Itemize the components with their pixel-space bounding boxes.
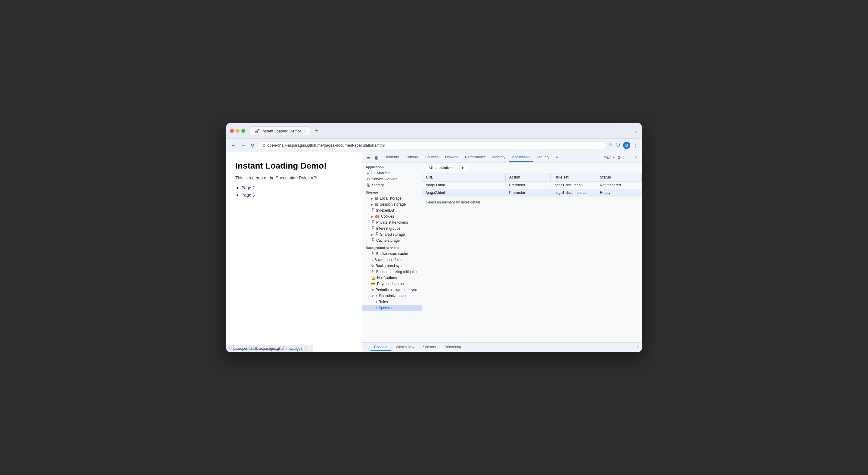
new-tab-button[interactable]: +: [313, 128, 321, 134]
sidebar-item-label: Periodic background sync: [376, 288, 417, 292]
rules-icon: ↕: [375, 300, 377, 304]
filter-dropdown-icon: ▾: [462, 166, 464, 170]
tab-elements[interactable]: Elements: [381, 153, 402, 161]
list-item: Page 2: [241, 185, 353, 190]
payment-handler-icon: 💳: [371, 282, 376, 286]
devtools-bottom-bar: ⋮ Console What's new Sensors Rendering ×: [362, 342, 642, 352]
local-storage-icon: ▦: [375, 196, 378, 201]
sidebar-item-interest-groups[interactable]: 🗄 Interest groups: [362, 226, 422, 232]
page-content: Instant Loading Demo! This is a demo of …: [226, 152, 362, 352]
sidebar-item-back-forward-cache[interactable]: 🗄 Back/forward cache: [362, 251, 422, 257]
periodic-bg-sync-icon: ↻: [371, 288, 374, 292]
context-selector[interactable]: Main ▾: [603, 155, 614, 159]
tab-close-button[interactable]: ×: [303, 128, 306, 133]
browser-tab[interactable]: 🚀 Instant Loading Demo! ×: [250, 126, 310, 135]
page3-link[interactable]: Page 3: [241, 192, 255, 198]
filter-dropdown[interactable]: All speculative loa... ▾: [426, 165, 466, 171]
sidebar-item-cookies[interactable]: ▶ 🍪 Cookies: [362, 213, 422, 219]
tab-security[interactable]: Security: [533, 153, 552, 161]
profile-button[interactable]: B: [623, 142, 630, 149]
url-text: open-chalk-asparagus.glitch.me/page1-doc…: [267, 143, 602, 148]
storage-section-label: Storage: [362, 188, 422, 195]
sidebar-item-speculative-loads[interactable]: ▼ ↕ Speculative loads: [362, 293, 422, 299]
bottom-tab-console[interactable]: Console: [371, 344, 391, 351]
sidebar-item-private-state-tokens[interactable]: 🗄 Private state tokens: [362, 219, 422, 226]
forward-button[interactable]: →: [240, 142, 247, 149]
bottom-tab-rendering[interactable]: Rendering: [441, 344, 465, 351]
table-row[interactable]: /page2.html Prerender page1-document-...…: [422, 189, 642, 197]
devtools-inspect-icon[interactable]: ▣: [373, 154, 380, 161]
sidebar-item-background-sync[interactable]: ↻ Background sync: [362, 263, 422, 269]
sidebar-item-label: Local storage: [380, 196, 402, 201]
tab-application[interactable]: Application: [509, 153, 533, 161]
close-bottom-panel[interactable]: ×: [637, 345, 639, 350]
page-links: Page 2 Page 3: [235, 185, 353, 198]
row1-url: /page3.html: [422, 181, 506, 189]
tab-performance[interactable]: Performance: [462, 153, 489, 161]
sidebar-item-payment-handler[interactable]: 💳 Payment handler: [362, 281, 422, 287]
sidebar-item-speculations[interactable]: ↕ Speculations: [362, 305, 422, 311]
sidebar-item-label: Rules: [379, 300, 388, 304]
devtools-panel: ☰ ▣ Elements Console Sources Network Per…: [362, 152, 642, 352]
sidebar-item-bounce-tracking[interactable]: 🗄 Bounce tracking mitigation: [362, 269, 422, 275]
sidebar-item-label: Service workers: [372, 177, 397, 181]
sidebar-item-manifest[interactable]: ▶ 📄 Manifest: [362, 170, 422, 176]
url-bar[interactable]: ⊙ open-chalk-asparagus.glitch.me/page1-d…: [258, 141, 606, 149]
sidebar-item-indexeddb[interactable]: 🗄 IndexedDB: [362, 207, 422, 213]
sidebar-item-periodic-bg-sync[interactable]: ↻ Periodic background sync: [362, 287, 422, 293]
sidebar-item-label: Background fetch: [374, 258, 402, 262]
row1-action: Prerender: [506, 181, 551, 189]
bottom-tab-sensors[interactable]: Sensors: [419, 344, 440, 351]
tab-memory[interactable]: Memory: [489, 153, 508, 161]
address-bar: ← → ↻ ⊙ open-chalk-asparagus.glitch.me/p…: [226, 139, 642, 152]
row2-action: Prerender: [506, 189, 551, 196]
page2-link[interactable]: Page 2: [241, 185, 255, 190]
indexeddb-icon: 🗄: [371, 208, 375, 212]
close-button[interactable]: [230, 129, 234, 133]
sidebar-item-storage[interactable]: 🗄 Storage: [362, 182, 422, 188]
background-fetch-icon: ↕: [371, 258, 373, 262]
maximize-button[interactable]: [241, 129, 245, 133]
browser-menu-button[interactable]: ⋮: [633, 142, 638, 149]
refresh-button[interactable]: ↻: [249, 141, 255, 149]
sidebar-item-cache-storage[interactable]: 🗄 Cache storage: [362, 237, 422, 243]
expand-icon: ▶: [371, 215, 373, 218]
sidebar-item-label: Bounce tracking mitigation: [376, 270, 418, 274]
sidebar-item-label: Session storage: [380, 202, 406, 207]
extensions-icon[interactable]: ⬡: [616, 142, 620, 149]
back-forward-cache-icon: 🗄: [371, 251, 375, 256]
sidebar-item-background-fetch[interactable]: ↕ Background fetch: [362, 257, 422, 263]
tab-console[interactable]: Console: [402, 153, 422, 161]
traffic-lights: [230, 129, 245, 133]
cache-storage-icon: 🗄: [371, 238, 375, 243]
expand-icon: ▶: [371, 203, 373, 206]
back-button[interactable]: ←: [230, 142, 237, 149]
sidebar-item-label: Notifications: [377, 276, 397, 280]
speculative-loads-icon: ↕: [376, 294, 377, 298]
sidebar-item-label: Speculations: [379, 306, 399, 310]
minimize-button[interactable]: [236, 129, 240, 133]
devtools-sidebar: Application ▶ 📄 Manifest ⚙ Service worke…: [362, 163, 422, 342]
row2-ruleset: page1-document-...: [551, 189, 596, 196]
window-dropdown[interactable]: ⌄: [633, 128, 638, 134]
bookmark-icon[interactable]: ☆: [609, 142, 613, 149]
row1-status: Not triggered: [596, 181, 642, 189]
sidebar-item-rules[interactable]: ↕ Rules: [362, 299, 422, 305]
sidebar-item-local-storage[interactable]: ▶ ▦ Local storage: [362, 195, 422, 201]
tab-network[interactable]: Network: [442, 153, 461, 161]
settings-icon[interactable]: ⚙: [616, 154, 623, 161]
bottom-more-icon[interactable]: ⋮: [365, 344, 369, 350]
close-devtools-icon[interactable]: ×: [633, 154, 639, 161]
sidebar-item-notifications[interactable]: 🔔 Notifications: [362, 275, 422, 281]
sidebar-item-shared-storage[interactable]: ▶ 🗄 Shared storage: [362, 232, 422, 237]
tab-sources[interactable]: Sources: [422, 153, 441, 161]
page-title: Instant Loading Demo!: [235, 161, 353, 171]
sidebar-item-session-storage[interactable]: ▶ ▦ Session storage: [362, 201, 422, 207]
bottom-tab-whats-new[interactable]: What's new: [392, 344, 418, 351]
table-row[interactable]: /page3.html Prerender page1-document-...…: [422, 181, 642, 189]
more-options-icon[interactable]: ⋮: [624, 154, 632, 161]
expand-icon: ▶: [371, 197, 373, 200]
tab-more[interactable]: »: [553, 153, 561, 161]
devtools-dock-icon[interactable]: ☰: [365, 154, 372, 161]
sidebar-item-service-workers[interactable]: ⚙ Service workers: [362, 176, 422, 182]
